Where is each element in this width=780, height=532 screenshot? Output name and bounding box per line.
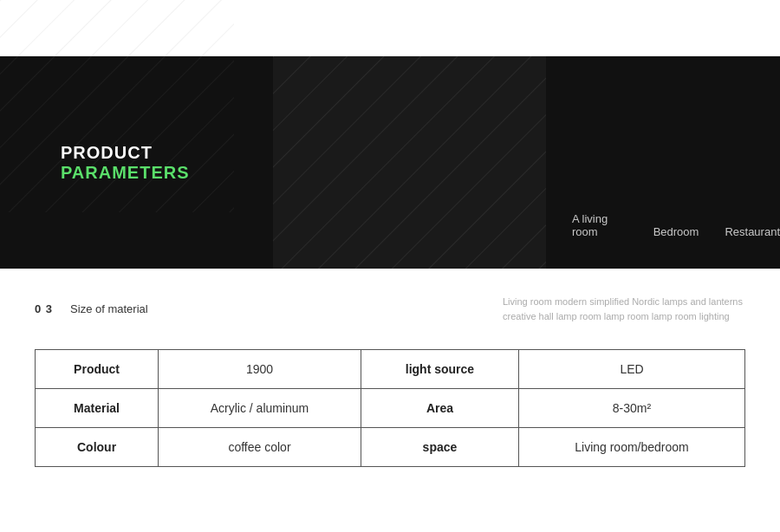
nav-item-living-room[interactable]: A living room <box>572 212 627 238</box>
table-row: MaterialAcrylic / aluminumArea8-30m² <box>36 389 745 428</box>
nav-item-bedroom[interactable]: Bedroom <box>653 225 699 238</box>
table-cell-2-1: coffee color <box>159 428 361 467</box>
svg-rect-3 <box>0 0 234 212</box>
table-cell-2-0: Colour <box>36 428 159 467</box>
section-description: Living room modern simplified Nordic lam… <box>503 295 745 323</box>
table-cell-2-3: Living room/bedroom <box>519 428 745 467</box>
banner-right-pattern <box>0 0 234 212</box>
section-label: Size of material <box>70 302 148 315</box>
product-table: Product1900light sourceLEDMaterialAcryli… <box>35 349 745 467</box>
table-row: Colourcoffee colorspaceLiving room/bedro… <box>36 428 745 467</box>
table-cell-1-1: Acrylic / aluminum <box>159 389 361 428</box>
table-cell-0-3: LED <box>519 350 745 389</box>
table-cell-1-0: Material <box>36 389 159 428</box>
banner-right-section: A living room Bedroom Restaurant <box>546 56 780 269</box>
section-number: 0 3 <box>35 302 53 315</box>
svg-rect-1 <box>273 56 546 269</box>
table-cell-0-2: light source <box>361 350 518 389</box>
table-cell-1-3: 8-30m² <box>519 389 745 428</box>
bottom-content: 0 3 Size of material Living room modern … <box>0 269 780 484</box>
table-cell-0-0: Product <box>36 350 159 389</box>
table-cell-1-2: Area <box>361 389 518 428</box>
nav-item-restaurant[interactable]: Restaurant <box>725 225 780 238</box>
table-row: Product1900light sourceLED <box>36 350 745 389</box>
banner-middle-pattern <box>273 56 546 269</box>
banner-middle-section <box>273 56 546 269</box>
table-cell-0-1: 1900 <box>159 350 361 389</box>
table-cell-2-2: space <box>361 428 518 467</box>
section-header: 0 3 Size of material Living room modern … <box>35 286 745 332</box>
product-banner: PRODUCT PARAMETERS A living room Bedroom <box>0 56 780 269</box>
